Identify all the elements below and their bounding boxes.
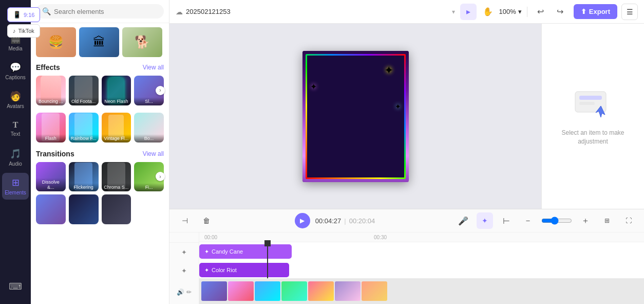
time-divider: | [344, 217, 346, 225]
transitions-header: Transitions View all [36, 150, 164, 158]
effects-grid-row2: Flash Rainbow F... Vintage Fl... Bo [36, 113, 164, 142]
film-frame-3 [255, 281, 280, 301]
transitions-view-all[interactable]: View all [143, 150, 164, 157]
film-frame-6 [335, 281, 361, 301]
transitions-grid: Dissolve &... Flickering Chroma S... [36, 162, 164, 192]
volume-icon: 🔊 [177, 289, 184, 296]
effect-flash-label: Flash [36, 134, 66, 142]
effect-vintage[interactable]: Vintage Fl... [102, 113, 131, 142]
effect-rainbow[interactable]: Rainbow F... [69, 113, 99, 142]
search-box[interactable]: 🔍 [36, 4, 164, 19]
clip-candy-icon: ✦ [204, 248, 209, 255]
video-track[interactable] [199, 278, 644, 304]
timeline-needle [267, 242, 268, 278]
hand-tool-button[interactable]: ✋ [480, 4, 496, 20]
menu-button[interactable]: ☰ [621, 4, 638, 20]
effects-view-all[interactable]: View all [143, 64, 164, 71]
transition-chroma-label: Chroma S... [102, 183, 131, 191]
effect-old-label: Old Foota... [69, 97, 99, 105]
track-label-effects2: ✦ [169, 261, 199, 280]
effect-bouncing-label: Bouncing ... [36, 97, 66, 105]
sidebar-item-text[interactable]: T Text [2, 115, 29, 142]
effects-timeline-button[interactable]: ✦ [477, 212, 493, 229]
export-button[interactable]: ⬆ Export [574, 4, 617, 19]
zoom-dropdown-icon: ▾ [518, 8, 522, 15]
ruler-mark-0: 00:00 [204, 235, 217, 240]
play-button[interactable]: ▶ [295, 213, 310, 228]
sidebar-item-audio[interactable]: 🎵 Audio [2, 144, 29, 171]
track-scroll-area[interactable]: 00:00 00:30 ✦ Candy Cane [199, 233, 644, 304]
undo-button[interactable]: ↩ [533, 4, 549, 20]
sidebar-item-keyboard[interactable]: ⌨ [2, 273, 29, 300]
pointer-tool-button[interactable]: ▸ [460, 4, 477, 20]
thumbnail-city[interactable]: 🏛 [79, 27, 119, 57]
transition-7[interactable] [102, 194, 131, 224]
split-timeline-button[interactable]: ⊢ [498, 212, 515, 229]
film-frame-7 [362, 281, 387, 301]
search-input[interactable] [54, 8, 158, 15]
fit-button[interactable]: ⊞ [599, 212, 615, 229]
sidebar: 🎬 Media 💬 Captions 🧑 Avatars T Text 🎵 Au… [0, 0, 31, 304]
effect-8-label: Bo... [134, 134, 164, 142]
film-frame-5 [308, 281, 334, 301]
zoom-slider[interactable] [541, 217, 572, 225]
zoom-in-button[interactable]: ＋ [577, 212, 594, 229]
thumbnail-food[interactable]: 🍔 [36, 27, 76, 57]
split-button[interactable]: ⊣ [177, 212, 193, 229]
clip-candy-label: Candy Cane [212, 248, 243, 255]
keyboard-icon: ⌨ [9, 281, 22, 292]
cloud-icon: ☁ [176, 8, 183, 16]
toolbar-right: ⬆ Export ☰ [574, 4, 638, 20]
fullscreen-button[interactable]: ⛶ [620, 212, 637, 229]
search-icon: 🔍 [42, 7, 51, 15]
export-icon: ⬆ [581, 8, 586, 15]
effects-track2-icon: ✦ [181, 267, 187, 275]
effects-grid-row1: Bouncing ... Old Foota... [36, 76, 164, 105]
clip-color-riot[interactable]: ✦ Color Riot [199, 263, 289, 277]
timeline-controls: ⊣ 🗑 ▶ 00:04:27 | 00:20:04 🎤 ✦ ⊢ － ＋ ⊞ ⛶ [169, 209, 644, 233]
sidebar-item-elements[interactable]: ⊞ Elements [2, 173, 29, 200]
sidebar-item-avatars[interactable]: 🧑 Avatars [2, 86, 29, 113]
track-labels: ✦ ✦ 🔊 ✏ [169, 233, 199, 304]
captions-icon: 💬 [10, 62, 21, 73]
clip-color-riot-icon: ✦ [204, 267, 209, 274]
effect-bouncing[interactable]: Bouncing ... [36, 76, 66, 105]
effect-8[interactable]: Bo... [134, 113, 164, 142]
right-panel: Select an item to make adjustment [541, 24, 644, 209]
film-frame-2 [228, 281, 254, 301]
video-content: ✦ ✦ ✦ [302, 51, 409, 182]
total-time: 00:20:04 [349, 217, 375, 225]
zoom-out-button[interactable]: － [520, 212, 536, 229]
transitions-title: Transitions [36, 150, 74, 158]
transition-flickering[interactable]: Flickering [69, 162, 99, 192]
top-thumbnails: 🍔 🏛 🐕 [36, 27, 164, 57]
effect-neon-flash[interactable]: Neon Flash [102, 76, 131, 105]
transition-6[interactable] [69, 194, 99, 224]
mic-button[interactable]: 🎤 [455, 212, 471, 229]
transition-5[interactable] [36, 194, 66, 224]
redo-button[interactable]: ↪ [552, 4, 569, 20]
transition-dissolve[interactable]: Dissolve &... [36, 162, 66, 192]
effects-row1-next-arrow[interactable]: › [156, 86, 165, 95]
select-prompt: Select an item to make adjustment [552, 86, 634, 146]
transitions-next-arrow[interactable]: › [156, 172, 165, 181]
transition-chroma[interactable]: Chroma S... [102, 162, 131, 192]
sidebar-item-captions[interactable]: 💬 Captions [2, 58, 29, 84]
effect-vintage-label: Vintage Fl... [102, 134, 131, 142]
film-strip [199, 279, 389, 303]
project-name: 202502121253 [186, 8, 449, 15]
ruler-mark-30: 00:30 [374, 235, 387, 240]
effect-flash[interactable]: Flash [36, 113, 66, 142]
sidebar-item-label: Text [11, 131, 20, 137]
text-icon: T [13, 120, 18, 130]
project-dropdown-icon[interactable]: ▾ [452, 8, 455, 15]
film-frame-4 [281, 281, 307, 301]
effect-old-footage[interactable]: Old Foota... [69, 76, 99, 105]
zoom-selector[interactable]: 100% ▾ [499, 8, 522, 15]
avatars-icon: 🧑 [10, 91, 21, 102]
delete-button[interactable]: 🗑 [198, 212, 215, 229]
clip-candy-cane[interactable]: ✦ Candy Cane [199, 244, 292, 259]
transition-4-label: Fi... [134, 183, 164, 191]
thumbnail-nature[interactable]: 🐕 [122, 27, 162, 57]
effects-title: Effects [36, 63, 60, 71]
